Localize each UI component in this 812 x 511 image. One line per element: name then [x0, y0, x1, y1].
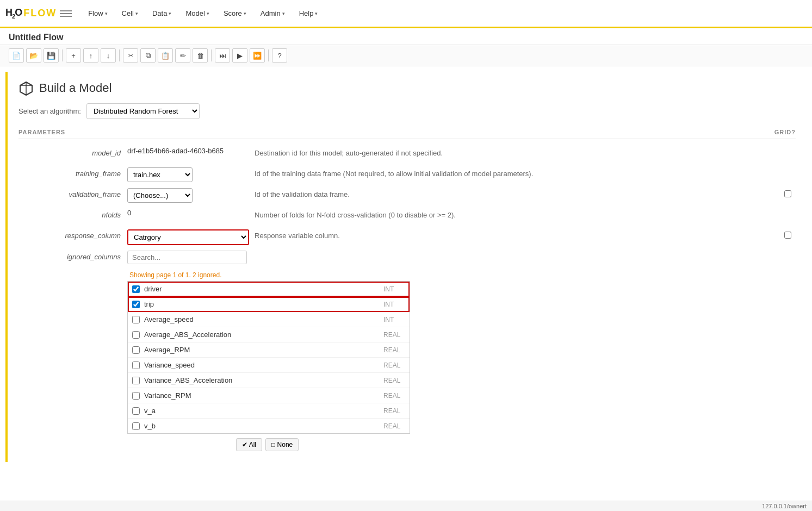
nav-help-arrow: ▾ [315, 11, 318, 16]
grid-check-response-column[interactable] [784, 232, 791, 239]
ignored-columns-search[interactable] [127, 251, 247, 264]
response-select-wrapper: Catrgory driver trip Average_speed Avera… [127, 229, 249, 245]
col-name-variance-abs-acceleration: Variance_ABS_Acceleration [144, 376, 379, 384]
nav-flow[interactable]: Flow ▾ [82, 6, 114, 21]
grid-check-validation-frame[interactable] [784, 190, 791, 197]
toolbar-new[interactable]: 📄 [9, 48, 24, 63]
param-name-nfolds: nfolds [18, 209, 127, 219]
col-checkbox-variance-rpm[interactable] [132, 392, 140, 400]
params-header: PARAMETERS GRID? [18, 129, 796, 139]
col-checkbox-average-speed[interactable] [132, 316, 140, 323]
toolbar-run-prev[interactable]: ⏭ [215, 48, 230, 63]
col-checkbox-v-b[interactable] [132, 422, 140, 430]
toolbar-help[interactable]: ? [272, 48, 287, 63]
col-type-variance-abs-acceleration: REAL [383, 377, 405, 384]
main-content: Build a Model Select an algorithm: Distr… [5, 72, 807, 462]
param-row-ignored-columns: ignored_columns [18, 251, 796, 266]
algorithm-row: Select an algorithm: Distributed Random … [18, 103, 796, 119]
col-checkbox-variance-abs-acceleration[interactable] [132, 377, 140, 384]
columns-showing-info: Showing page 1 of 1. 2 ignored. [127, 271, 796, 279]
param-desc-model-id: Destination id for this model; auto-gene… [247, 147, 796, 157]
toolbar-edit[interactable]: ✏ [175, 48, 190, 63]
nav-score-arrow: ▾ [244, 11, 246, 16]
col-type-average-speed: INT [383, 316, 405, 323]
build-model-title: Build a Model [39, 81, 111, 95]
param-control-ignored-columns [127, 251, 247, 264]
col-name-variance-rpm: Variance_RPM [144, 391, 379, 400]
col-type-average-rpm: REAL [383, 346, 405, 354]
param-name-response-column: response_column [18, 229, 127, 240]
section-title: Build a Model [18, 80, 796, 96]
nav-help[interactable]: Help ▾ [293, 6, 325, 21]
toolbar-run-all[interactable]: ⏩ [250, 48, 265, 63]
param-row-model-id: model_id drf-e1b54b66-adad-4603-b685 Des… [18, 147, 796, 162]
nav-flow-label: Flow [88, 9, 103, 17]
nav-cell-arrow: ▾ [135, 11, 138, 16]
col-name-driver: driver [144, 285, 379, 293]
bottom-buttons: ✔ All □ None [236, 434, 796, 453]
nav-data[interactable]: Data ▾ [146, 6, 178, 21]
toolbar-delete[interactable]: 🗑 [193, 48, 208, 63]
nav-cell-label: Cell [122, 9, 134, 17]
algorithm-select[interactable]: Distributed Random Forest GBM Deep Learn… [86, 103, 200, 119]
param-control-nfolds: 0 [127, 209, 247, 217]
list-item: Average_RPM REAL [128, 342, 410, 358]
toolbar-add-cell[interactable]: + [66, 48, 81, 63]
toolbar-copy-cells[interactable]: ⧉ [140, 48, 156, 63]
col-type-v-b: REAL [383, 422, 405, 430]
param-name-ignored-columns: ignored_columns [18, 251, 127, 261]
param-row-training-frame: training_frame train.hex Id of the train… [18, 167, 796, 183]
nav-flow-arrow: ▾ [105, 11, 108, 16]
btn-none[interactable]: □ None [265, 438, 299, 451]
toolbar-open[interactable]: 📂 [26, 48, 41, 63]
param-row-nfolds: nfolds 0 Number of folds for N-fold cros… [18, 209, 796, 224]
param-grid-check-validation [779, 188, 796, 197]
toolbar-paste[interactable]: 📋 [158, 48, 173, 63]
nav-data-label: Data [152, 9, 167, 17]
col-name-variance-speed: Variance_speed [144, 361, 379, 369]
response-column-select[interactable]: Catrgory driver trip Average_speed Avera… [128, 230, 248, 244]
col-type-trip: INT [383, 301, 405, 308]
toolbar-cut[interactable]: ✂ [123, 48, 138, 63]
param-control-response-column: Catrgory driver trip Average_speed Avera… [127, 229, 247, 245]
col-checkbox-average-abs-acceleration[interactable] [132, 331, 140, 339]
toolbar-sep-4 [268, 49, 269, 61]
nav-model-label: Model [185, 9, 204, 17]
col-checkbox-average-rpm[interactable] [132, 346, 140, 354]
toolbar: 📄 📂 💾 + ↑ ↓ ✂ ⧉ 📋 ✏ 🗑 ⏭ ▶ ⏩ ? [0, 45, 812, 66]
col-checkbox-driver[interactable] [132, 285, 140, 293]
algorithm-label: Select an algorithm: [18, 107, 81, 115]
btn-all[interactable]: ✔ All [236, 438, 262, 451]
col-name-average-rpm: Average_RPM [144, 346, 379, 354]
nav-cell[interactable]: Cell ▾ [115, 6, 145, 21]
toolbar-move-up[interactable]: ↑ [83, 48, 98, 63]
col-name-average-abs-acceleration: Average_ABS_Acceleration [144, 331, 379, 339]
nav-admin[interactable]: Admin ▾ [254, 6, 292, 21]
col-checkbox-trip[interactable] [132, 301, 140, 308]
col-type-driver: INT [383, 285, 405, 293]
param-row-validation-frame: validation_frame (Choose...) Id of the v… [18, 188, 796, 203]
nav-model[interactable]: Model ▾ [179, 6, 215, 21]
columns-list-box[interactable]: driver INT trip INT Average_speed INT Av… [127, 281, 410, 434]
grid-label: GRID? [774, 129, 796, 135]
param-control-training-frame: train.hex [127, 167, 247, 182]
toolbar-move-down[interactable]: ↓ [101, 48, 116, 63]
nav-score[interactable]: Score ▾ [217, 6, 253, 21]
model-id-value: drf-e1b54b66-adad-4603-b685 [127, 145, 224, 155]
param-name-validation-frame: validation_frame [18, 188, 127, 198]
toolbar-run[interactable]: ▶ [232, 48, 247, 63]
toolbar-save[interactable]: 💾 [44, 48, 59, 63]
nav-admin-label: Admin [261, 9, 281, 17]
col-name-v-a: v_a [144, 407, 379, 415]
logo: H2O FLOW [5, 7, 72, 20]
list-item: Average_speed INT [128, 312, 410, 327]
flow-title-bar: Untitled Flow [0, 28, 812, 45]
logo-h2o: H2O [5, 7, 22, 20]
training-frame-select[interactable]: train.hex [127, 167, 193, 182]
col-checkbox-variance-speed[interactable] [132, 362, 140, 369]
validation-frame-select[interactable]: (Choose...) [127, 188, 193, 203]
list-item: Variance_speed REAL [128, 358, 410, 373]
nav-help-label: Help [299, 9, 314, 17]
param-row-response-column: response_column Catrgory driver trip Ave… [18, 229, 796, 245]
col-checkbox-v-a[interactable] [132, 407, 140, 415]
